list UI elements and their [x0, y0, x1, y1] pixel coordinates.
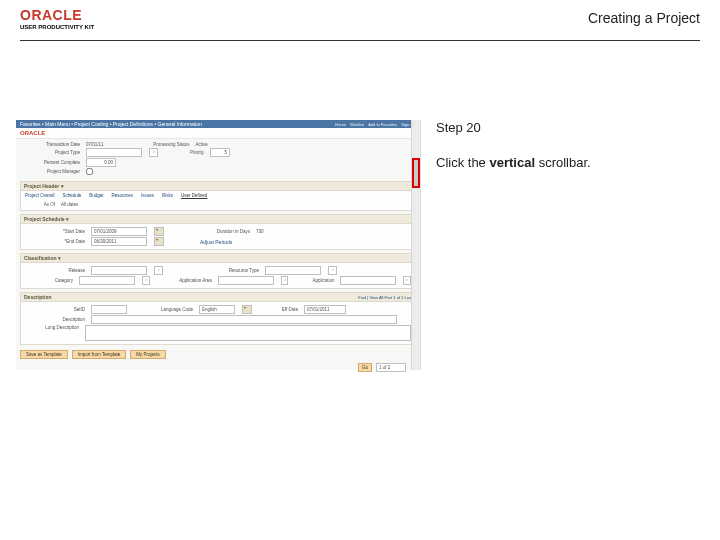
calendar-icon[interactable]	[154, 227, 164, 236]
lookup-icon[interactable]: ⌕	[142, 276, 150, 285]
section-description-title: Description	[24, 294, 52, 300]
go-button[interactable]: Go	[358, 363, 372, 372]
calendar-icon[interactable]	[154, 237, 164, 246]
label-status: Processing Status	[110, 142, 190, 147]
lookup-icon[interactable]: ⌕	[328, 266, 337, 275]
label-asof: As Of	[25, 202, 55, 207]
value-transaction: 07/01/11	[86, 142, 104, 147]
lookup-icon[interactable]: ⌕	[281, 276, 289, 285]
input-release[interactable]	[91, 266, 147, 275]
tab-issues[interactable]: Issues	[141, 193, 154, 198]
tab-budget[interactable]: Budget	[89, 193, 103, 198]
value-asof: All dates	[61, 202, 78, 207]
brand-subtitle: USER PRODUCTIVITY KIT	[20, 24, 94, 30]
input-project-type[interactable]	[86, 148, 142, 157]
instruction-bold: vertical	[489, 155, 535, 170]
label-transaction: Transaction Date	[20, 142, 80, 147]
top-links: Home Worklist Add to Favorites Sign out	[335, 122, 416, 127]
oracle-logo: ORACLE USER PRODUCTIVITY KIT	[20, 8, 94, 30]
input-lang[interactable]: English	[199, 305, 235, 314]
link-worklist[interactable]: Worklist	[350, 122, 364, 127]
value-duration: 730	[256, 229, 264, 234]
label-desc: Description	[25, 317, 85, 322]
input-priority[interactable]: 5	[210, 148, 230, 157]
label-start: *Start Date	[25, 229, 85, 234]
breadcrumb: Favorites • Main Menu • Project Costing …	[20, 121, 202, 127]
label-application-area: Application Area	[156, 278, 212, 283]
input-end[interactable]: 06/30/2011	[91, 237, 147, 246]
app-brand-row: ORACLE	[16, 128, 420, 139]
textarea-long-desc[interactable]	[85, 325, 411, 341]
value-status: Active	[196, 142, 208, 147]
label-duration: Duration in Days	[170, 229, 250, 234]
label-percent: Percent Complete	[20, 160, 80, 165]
instruction-post: scrollbar.	[535, 155, 591, 170]
checkbox-manager[interactable]	[86, 168, 93, 175]
label-setid: SetID	[25, 307, 85, 312]
section-description[interactable]: Description Find | View All First 1 of 1…	[21, 293, 415, 302]
input-application[interactable]	[340, 276, 396, 285]
label-release: Release	[25, 268, 85, 273]
app-brand: ORACLE	[20, 130, 45, 136]
input-start[interactable]: 07/01/2009	[91, 227, 147, 236]
input-resource-type[interactable]	[265, 266, 321, 275]
app-window: Favorites • Main Menu • Project Costing …	[16, 120, 421, 370]
input-desc[interactable]	[91, 315, 397, 324]
tab-overall[interactable]: Project Overall	[25, 193, 55, 198]
button-row: Save as Template Import from Template My…	[16, 348, 420, 361]
app-top-bar: Favorites • Main Menu • Project Costing …	[16, 120, 420, 128]
page-title: Creating a Project	[588, 10, 700, 26]
input-category[interactable]	[79, 276, 135, 285]
label-lang: Language Code	[133, 307, 193, 312]
page-indicator: 1 of 2	[376, 363, 406, 372]
my-projects-button[interactable]: My Projects	[130, 350, 166, 359]
label-application: Application	[294, 278, 334, 283]
link-adjust-periods[interactable]: Adjust Periods	[200, 239, 232, 245]
label-manager: Project Manager	[20, 169, 80, 174]
label-priority: Priority	[164, 150, 204, 155]
input-setid[interactable]	[91, 305, 127, 314]
instruction-pre: Click the	[436, 155, 489, 170]
tab-resources[interactable]: Resources	[112, 193, 134, 198]
section-project-header[interactable]: Project Header ▾	[21, 182, 415, 191]
lookup-icon[interactable]: ⌕	[154, 266, 163, 275]
instruction-text: Click the vertical scrollbar.	[436, 155, 690, 172]
section-classification[interactable]: Classification ▾	[21, 254, 415, 263]
input-eff[interactable]: 07/01/2011	[304, 305, 346, 314]
save-template-button[interactable]: Save as Template	[20, 350, 68, 359]
label-eff: Eff Date	[258, 307, 298, 312]
lookup-icon[interactable]: ⌕	[403, 276, 411, 285]
tab-row: Project Overall Schedule Budget Resource…	[21, 192, 415, 199]
input-application-area[interactable]	[218, 276, 274, 285]
scrollbar-thumb[interactable]	[412, 158, 420, 188]
tab-risks[interactable]: Risks	[162, 193, 173, 198]
link-favorites[interactable]: Add to Favorites	[368, 122, 397, 127]
tab-user-defined[interactable]: User Defined	[181, 193, 207, 198]
label-category: Category	[25, 278, 73, 283]
header-rule	[20, 40, 700, 41]
dropdown-icon[interactable]	[242, 305, 252, 314]
step-label: Step 20	[436, 120, 690, 135]
tab-schedule[interactable]: Schedule	[63, 193, 82, 198]
label-resource-type: Resource Type	[169, 268, 259, 273]
label-long-desc: Long Description	[25, 325, 79, 330]
import-template-button[interactable]: Import from Template	[72, 350, 126, 359]
grid-nav[interactable]: Find | View All First 1 of 1 Last	[358, 295, 412, 300]
section-schedule[interactable]: Project Schedule ▾	[21, 215, 415, 224]
vertical-scrollbar[interactable]	[411, 120, 420, 370]
lookup-icon[interactable]: ⌕	[149, 148, 158, 157]
brand-word: ORACLE	[20, 8, 94, 22]
label-end: *End Date	[25, 239, 85, 244]
input-percent[interactable]: 0.00	[86, 158, 116, 167]
link-home[interactable]: Home	[335, 122, 346, 127]
label-project-type: Project Type	[20, 150, 80, 155]
